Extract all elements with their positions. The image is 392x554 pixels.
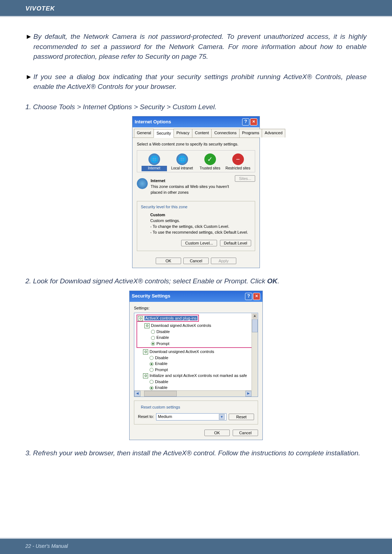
dialog-title: Security Settings xyxy=(132,293,170,300)
page-content: ► By default, the Network Camera is not … xyxy=(0,17,392,469)
zone-internet[interactable]: 🌐 Internet xyxy=(142,153,167,171)
step-2: 2. Look for Download signed ActiveX® con… xyxy=(25,276,367,286)
scroll-corner xyxy=(252,390,258,397)
activex-icon: ⚙ xyxy=(138,316,143,321)
activex-icon: ⚙ xyxy=(143,349,148,354)
internet-options-dialog: Internet Options ? × General Security Pr… xyxy=(132,116,260,268)
scroll-thumb[interactable] xyxy=(252,319,258,332)
opt-prompt: Prompt xyxy=(156,341,169,346)
zone-instruction: Select a Web content zone to specify its… xyxy=(137,141,255,147)
security-settings-dialog: Security Settings ? × Settings: ⚙ActiveX… xyxy=(129,291,263,440)
dialog-title: Internet Options xyxy=(135,119,171,126)
step-1: 1. Choose Tools > Internet Options > Sec… xyxy=(25,102,367,112)
zone-label-trusted: Trusted sites xyxy=(197,166,223,171)
globe-icon xyxy=(137,178,148,189)
cancel-button[interactable]: Cancel xyxy=(183,258,209,264)
radio-prompt[interactable] xyxy=(150,368,154,372)
reset-level-value: Medium xyxy=(158,414,172,420)
custom-title: Custom xyxy=(150,213,165,217)
zone-info-desc: This zone contains all Web sites you hav… xyxy=(151,184,229,194)
ok-button[interactable]: OK xyxy=(156,258,181,264)
radio-disable[interactable] xyxy=(151,330,155,334)
zone-label-internet: Internet xyxy=(142,166,167,171)
tab-programs[interactable]: Programs xyxy=(239,129,262,138)
dialog-titlebar: Security Settings ? × xyxy=(130,291,262,302)
cancel-button[interactable]: Cancel xyxy=(233,430,258,436)
tab-advanced[interactable]: Advanced xyxy=(262,129,285,138)
opt-prompt: Prompt xyxy=(155,368,168,372)
chevron-down-icon[interactable]: ▼ xyxy=(219,414,225,420)
scroll-thumb-h[interactable] xyxy=(144,391,177,397)
settings-label: Settings: xyxy=(134,305,258,311)
tab-security[interactable]: Security xyxy=(154,129,174,138)
vertical-scrollbar[interactable]: ▲ xyxy=(252,313,258,390)
reset-legend: Reset custom settings xyxy=(139,405,181,410)
radio-prompt[interactable] xyxy=(151,342,155,346)
settings-tree[interactable]: ⚙ActiveX controls and plug-ins ⚙Download… xyxy=(134,313,258,397)
tab-connections[interactable]: Connections xyxy=(211,129,239,138)
opt-disable: Disable xyxy=(155,379,168,384)
bullet-1-text: By default, the Network Camera is not pa… xyxy=(33,32,367,62)
radio-enable[interactable] xyxy=(150,386,154,390)
scroll-right-icon[interactable]: ▶ xyxy=(245,391,252,397)
sites-button[interactable]: Sites... xyxy=(235,175,255,182)
zone-trusted[interactable]: ✓ Trusted sites xyxy=(197,153,223,171)
tree-group-activex: ActiveX controls and plug-ins xyxy=(144,316,197,320)
activex-icon: ⚙ xyxy=(144,323,150,328)
apply-button[interactable]: Apply xyxy=(211,258,236,264)
arrow-icon: ► xyxy=(25,32,33,62)
scroll-left-icon[interactable]: ◀ xyxy=(134,391,140,397)
arrow-icon: ► xyxy=(25,72,33,92)
tab-content[interactable]: Content xyxy=(192,129,212,138)
ok-bold: OK xyxy=(267,277,278,285)
custom-line1: Custom settings. xyxy=(150,218,180,223)
zone-label-restricted: Restricted sites xyxy=(225,166,251,171)
custom-line3: - To use the recommended settings, click… xyxy=(150,230,248,234)
step-3: 3. Refresh your web browser, then instal… xyxy=(25,448,367,458)
tab-general[interactable]: General xyxy=(134,129,154,138)
custom-line2: - To change the settings, click Custom L… xyxy=(150,224,229,229)
bullet-2-text: If you see a dialog box indicating that … xyxy=(33,72,367,92)
tab-privacy[interactable]: Privacy xyxy=(173,129,192,138)
tab-strip: General Security Privacy Content Connect… xyxy=(132,127,260,138)
radio-disable[interactable] xyxy=(150,380,154,384)
default-level-button[interactable]: Default Level xyxy=(220,240,251,246)
help-icon[interactable]: ? xyxy=(242,118,249,126)
close-icon[interactable]: × xyxy=(253,293,260,300)
reset-to-label: Reset to: xyxy=(138,414,154,420)
dialog-titlebar: Internet Options ? × xyxy=(132,116,260,127)
bullet-2: ► If you see a dialog box indicating tha… xyxy=(25,72,367,92)
custom-level-button[interactable]: Custom Level... xyxy=(181,240,217,246)
zone-label-intranet: Local intranet xyxy=(170,166,195,171)
tree-download-signed: Download signed ActiveX controls xyxy=(151,323,211,328)
header-bar: VIVOTEK xyxy=(0,0,392,17)
radio-enable[interactable] xyxy=(151,336,155,340)
bullet-1: ► By default, the Network Camera is not … xyxy=(25,32,367,62)
help-icon[interactable]: ? xyxy=(245,293,252,300)
check-icon: ✓ xyxy=(204,153,216,165)
opt-disable: Disable xyxy=(155,356,168,360)
globe-icon: 🌐 xyxy=(148,153,160,165)
tree-init-script: Initialize and script ActiveX controls n… xyxy=(150,373,247,378)
intranet-icon: 🌐 xyxy=(176,153,188,165)
ok-button[interactable]: OK xyxy=(204,430,230,436)
zone-restricted[interactable]: − Restricted sites xyxy=(225,153,251,171)
minus-icon: − xyxy=(232,153,244,165)
zone-local-intranet[interactable]: 🌐 Local intranet xyxy=(170,153,195,171)
radio-disable[interactable] xyxy=(150,356,154,360)
brand-text: VIVOTEK xyxy=(25,5,55,12)
opt-enable: Enable xyxy=(156,335,169,340)
zone-info-title: Internet xyxy=(151,178,165,183)
scroll-up-icon[interactable]: ▲ xyxy=(252,313,258,319)
opt-enable: Enable xyxy=(155,385,167,390)
opt-enable: Enable xyxy=(155,361,167,366)
reset-button[interactable]: Reset xyxy=(229,414,254,420)
activex-icon: ⚙ xyxy=(143,373,148,378)
page-number: 22 - User's Manual xyxy=(25,543,68,549)
horizontal-scrollbar[interactable]: ◀ ▶ xyxy=(134,390,252,397)
close-icon[interactable]: × xyxy=(250,118,257,126)
radio-enable[interactable] xyxy=(150,362,154,366)
reset-level-combo[interactable]: Medium ▼ xyxy=(156,413,226,420)
step-2-text: 2. Look for Download signed ActiveX® con… xyxy=(25,277,267,285)
tree-download-unsigned: Download unsigned ActiveX controls xyxy=(150,349,214,354)
